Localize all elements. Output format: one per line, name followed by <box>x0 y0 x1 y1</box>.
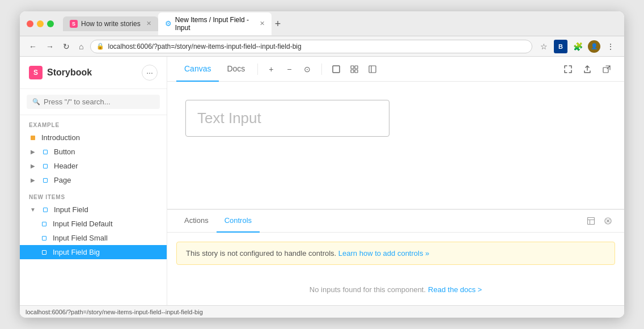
button-expand-icon: ▶ <box>29 148 37 156</box>
controls-tab[interactable]: Controls <box>217 210 260 233</box>
status-bar: localhost:6006/?path=/story/new-items-in… <box>20 305 624 318</box>
page-icon <box>41 176 49 184</box>
grid-multi-icon <box>350 65 358 73</box>
toolbar-divider <box>257 64 258 75</box>
storybook-logo: S <box>29 66 43 79</box>
close-button[interactable] <box>27 20 33 27</box>
bitwarden-icon[interactable]: B <box>554 40 567 53</box>
storybook-title: Storybook <box>47 68 137 78</box>
refresh-button[interactable]: ↻ <box>61 41 72 52</box>
sidebar-item-input-field-big[interactable]: Input Field Big <box>20 245 167 259</box>
grid-sidebar-icon <box>368 65 376 73</box>
docs-tab[interactable]: Docs <box>219 57 253 82</box>
close-panel-icon <box>604 217 612 225</box>
input-field-expand-icon: ▼ <box>29 206 37 214</box>
controls-notice: This story is not configured to handle c… <box>176 242 615 265</box>
tab1-close-icon[interactable]: ✕ <box>146 20 151 27</box>
open-new-button[interactable] <box>598 61 615 78</box>
forward-button[interactable]: → <box>44 41 56 52</box>
address-bar[interactable]: 🔒 localhost:6006/?path=/story/new-items-… <box>90 40 532 53</box>
back-button[interactable]: ← <box>27 41 39 52</box>
sidebar-item-input-field-default[interactable]: Input Field Default <box>20 217 167 231</box>
introduction-icon <box>29 134 37 142</box>
tab2-favicon: ⚙ <box>165 20 172 28</box>
header-expand-icon: ▶ <box>29 162 37 170</box>
grid-sidebar-button[interactable] <box>364 61 381 78</box>
address-text: localhost:6006/?path=/story/new-items-in… <box>108 43 526 50</box>
sidebar-item-header[interactable]: ▶ Header <box>20 159 167 173</box>
sidebar-item-page[interactable]: ▶ Page <box>20 173 167 187</box>
preview-text-input[interactable]: Text Input <box>185 100 389 137</box>
new-tab-button[interactable]: + <box>275 19 281 29</box>
fullscreen-button[interactable] <box>560 61 577 78</box>
search-wrapper[interactable]: 🔍 <box>27 95 160 109</box>
svg-rect-5 <box>369 66 376 73</box>
tab2-close-icon[interactable]: ✕ <box>260 20 265 27</box>
home-button[interactable]: ⌂ <box>77 41 86 52</box>
sidebar: S Storybook ··· 🔍 EXAMPLE Introduction ▶… <box>20 57 167 305</box>
grid-view-icon <box>587 217 595 225</box>
grid-multi-button[interactable] <box>346 61 363 78</box>
sidebar-menu-button[interactable]: ··· <box>142 65 158 81</box>
browser-tab-1[interactable]: S How to write stories ✕ <box>63 16 158 31</box>
nav-bar: ← → ↻ ⌂ 🔒 localhost:6006/?path=/story/ne… <box>20 36 624 57</box>
search-input[interactable] <box>44 98 154 106</box>
tab1-label: How to write stories <box>81 20 141 28</box>
zoom-reset-button[interactable]: ⊙ <box>299 61 316 78</box>
title-bar: S How to write stories ✕ ⚙ New Items / I… <box>20 11 624 36</box>
svg-rect-1 <box>351 66 354 69</box>
sidebar-item-input-field[interactable]: ▼ Input Field <box>20 203 167 217</box>
minimize-button[interactable] <box>37 20 44 27</box>
sidebar-item-button[interactable]: ▶ Button <box>20 145 167 159</box>
sidebar-search-area: 🔍 <box>20 89 167 115</box>
maximize-button[interactable] <box>47 20 54 27</box>
search-icon: 🔍 <box>32 98 40 106</box>
sidebar-header: S Storybook ··· <box>20 57 167 89</box>
traffic-lights <box>27 20 54 27</box>
canvas-tab[interactable]: Canvas <box>176 57 219 82</box>
zoom-out-button[interactable]: − <box>281 61 298 78</box>
canvas-tools-right <box>560 61 615 78</box>
no-inputs-row: No inputs found for this component. Read… <box>167 274 624 305</box>
read-docs-link[interactable]: Read the docs > <box>428 285 482 294</box>
browser-tabs: S How to write stories ✕ ⚙ New Items / I… <box>63 12 617 35</box>
input-big-icon <box>40 248 48 256</box>
button-icon <box>41 148 49 156</box>
browser-tab-2[interactable]: ⚙ New Items / Input Field - Input ✕ <box>158 12 272 35</box>
bottom-tab-icons <box>583 214 615 229</box>
grid-single-button[interactable] <box>328 61 345 78</box>
close-panel-button[interactable] <box>600 214 615 229</box>
bottom-tabs: Actions Controls <box>167 210 624 233</box>
input-big-label: Input Field Big <box>53 248 100 256</box>
input-small-label: Input Field Small <box>53 234 108 242</box>
tab2-label: New Items / Input Field - Input <box>175 16 254 32</box>
header-icon <box>41 162 49 170</box>
avatar[interactable]: 👤 <box>588 40 600 53</box>
bottom-content: This story is not configured to handle c… <box>167 233 624 274</box>
main-panel: Canvas Docs + − ⊙ <box>167 57 624 305</box>
more-menu-button[interactable]: ⋮ <box>604 40 617 53</box>
svg-rect-0 <box>333 66 340 73</box>
page-expand-icon: ▶ <box>29 176 37 184</box>
controls-notice-text: This story is not configured to handle c… <box>186 249 336 258</box>
canvas-tools: + − ⊙ <box>262 61 381 78</box>
sidebar-item-introduction[interactable]: Introduction <box>20 130 167 145</box>
zoom-in-button[interactable]: + <box>262 61 279 78</box>
grid-view-button[interactable] <box>583 214 598 229</box>
learn-controls-link[interactable]: Learn how to add controls » <box>338 249 429 258</box>
button-label: Button <box>54 147 75 156</box>
input-default-label: Input Field Default <box>53 220 113 228</box>
grid-single-icon <box>332 65 340 73</box>
actions-tab[interactable]: Actions <box>176 210 217 233</box>
input-default-icon <box>40 220 48 228</box>
lock-icon: 🔒 <box>96 43 104 50</box>
bookmark-icon[interactable]: ☆ <box>537 40 550 53</box>
canvas-preview: Text Input <box>167 82 624 209</box>
sidebar-section-new-items: NEW ITEMS <box>20 187 167 203</box>
share-button[interactable] <box>579 61 596 78</box>
input-small-icon <box>40 234 48 242</box>
extensions-icon[interactable]: 🧩 <box>571 40 584 53</box>
page-label: Page <box>54 176 71 184</box>
canvas-toolbar: Canvas Docs + − ⊙ <box>167 57 624 82</box>
sidebar-item-input-field-small[interactable]: Input Field Small <box>20 231 167 245</box>
